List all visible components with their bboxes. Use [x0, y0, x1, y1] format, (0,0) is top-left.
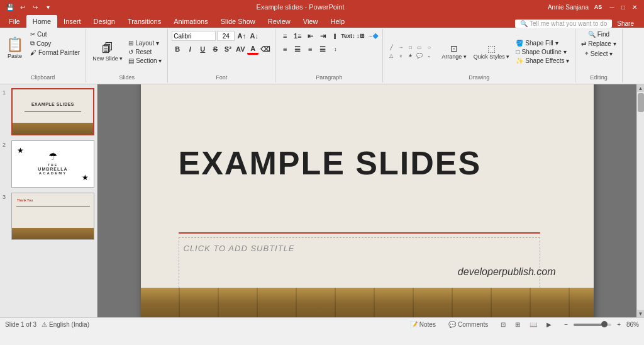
tab-review[interactable]: Review [262, 15, 297, 28]
tab-transitions[interactable]: Transitions [121, 15, 167, 28]
bold-btn[interactable]: B [172, 43, 183, 55]
decrease-indent-btn[interactable]: ⇤ [304, 30, 316, 42]
italic-btn[interactable]: I [184, 43, 196, 55]
slide-title[interactable]: EXAMPLE SLIDES [179, 144, 556, 182]
font-name-input[interactable] [172, 31, 216, 41]
format-painter-icon: 🖌 [30, 49, 36, 56]
align-text-btn[interactable]: ↕⊞ [355, 30, 366, 42]
shape-tri[interactable]: △ [387, 52, 396, 60]
save-quick-btn[interactable]: 💾 [5, 2, 15, 12]
shape-rect[interactable]: □ [406, 44, 414, 52]
spacing-btn[interactable]: AV [235, 43, 246, 55]
slide-thumb-2[interactable]: 2 ★ ☂ THE UMBRELLA ACADEMY ★ [3, 140, 94, 188]
tab-animations[interactable]: Animations [167, 15, 214, 28]
slide-thumb-3[interactable]: 3 Thank You [3, 193, 94, 240]
columns-btn[interactable]: ⫿ [330, 30, 341, 42]
zoom-in-btn[interactable]: + [613, 319, 625, 331]
main-slide[interactable]: EXAMPLE SLIDES CLICK TO ADD SUBTITLE dev… [141, 84, 594, 317]
new-slide-icon: 🗐 [102, 42, 113, 55]
customize-quick-btn[interactable]: ▾ [43, 2, 53, 12]
arrange-btn[interactable]: ⊡ Arrange ▾ [439, 34, 469, 69]
drawing-label: Drawing [387, 74, 571, 81]
minimize-btn[interactable]: ─ [608, 3, 616, 11]
align-right-btn[interactable]: ≡ [304, 43, 316, 55]
notes-btn[interactable]: 📝 Notes [406, 319, 440, 331]
text-direction-btn[interactable]: Text↕ [342, 30, 353, 42]
align-center-btn[interactable]: ☰ [292, 43, 303, 55]
select-btn[interactable]: ⌖ Select ▾ [583, 49, 615, 58]
underline-btn[interactable]: U [197, 43, 208, 55]
bullets-btn[interactable]: ≡ [279, 30, 291, 42]
line-spacing-btn[interactable]: ↕ [330, 43, 341, 55]
cut-btn[interactable]: ✂ Cut [28, 30, 82, 38]
undo-quick-btn[interactable]: ↩ [18, 2, 28, 12]
increase-font-btn[interactable]: A↑ [236, 30, 247, 42]
reading-view-btn[interactable]: 📖 [526, 319, 541, 331]
new-slide-btn[interactable]: 🗐 New Slide ▾ [90, 34, 125, 69]
tab-view[interactable]: View [297, 15, 325, 28]
scroll-thumb[interactable] [638, 93, 644, 112]
slide-img-3[interactable]: Thank You [11, 193, 94, 240]
justify-btn[interactable]: ☰ [317, 43, 328, 55]
status-bar: Slide 1 of 3 ⚠ English (India) 📝 Notes 💬… [0, 317, 644, 331]
tab-design[interactable]: Design [87, 15, 121, 28]
comments-btn[interactable]: 💬 Comments [445, 319, 492, 331]
zoom-thumb[interactable] [601, 321, 608, 327]
shape-callout[interactable]: 💬 [415, 52, 424, 60]
shape-fill-btn[interactable]: 🪣 Shape Fill ▾ [514, 39, 571, 47]
shape-effects-btn[interactable]: ✨ Shape Effects ▾ [514, 57, 571, 65]
redo-quick-btn[interactable]: ↪ [30, 2, 40, 12]
scroll-up-arrow[interactable]: ▲ [637, 84, 644, 92]
font-color-btn[interactable]: A [247, 43, 258, 55]
share-btn[interactable]: Share [612, 20, 639, 27]
slide-img-2[interactable]: ★ ☂ THE UMBRELLA ACADEMY ★ [11, 140, 94, 188]
format-painter-btn[interactable]: 🖌 Format Painter [28, 48, 82, 57]
align-left-btn[interactable]: ≡ [279, 43, 291, 55]
tab-home[interactable]: Home [26, 15, 57, 28]
numbering-btn[interactable]: 1≡ [292, 30, 303, 42]
zoom-out-btn[interactable]: − [560, 319, 572, 331]
reset-btn[interactable]: ↺ Reset [126, 48, 164, 56]
clear-format-btn[interactable]: ⌫ [260, 43, 271, 55]
normal-view-btn[interactable]: ⊡ [497, 319, 509, 331]
scroll-down-arrow[interactable]: ▼ [637, 310, 644, 317]
shape-more[interactable]: ⌄ [425, 52, 433, 60]
paste-btn[interactable]: 📋 Paste [4, 30, 26, 65]
zoom-track[interactable] [574, 324, 611, 326]
close-btn[interactable]: ✕ [630, 3, 639, 11]
shape-outline-btn[interactable]: □ Shape Outline ▾ [514, 48, 571, 56]
shape-arrow[interactable]: → [396, 44, 405, 52]
slide-num-2: 2 [3, 140, 9, 148]
slide-img-1[interactable]: EXAMPLE SLIDES [11, 88, 94, 135]
shape-round-rect[interactable]: ▭ [415, 44, 424, 52]
restore-btn[interactable]: □ [619, 3, 628, 11]
slide-sorter-btn[interactable]: ⊞ [511, 319, 524, 331]
slideshow-btn[interactable]: ▶ [543, 319, 555, 331]
user-avatar: AS [591, 0, 605, 14]
find-btn[interactable]: 🔍 Find [586, 30, 611, 38]
thumb3-text: Thank You [17, 198, 33, 202]
tab-slideshow[interactable]: Slide Show [214, 15, 262, 28]
font-size-input[interactable] [217, 31, 235, 41]
tab-help[interactable]: Help [324, 15, 351, 28]
quick-styles-btn[interactable]: ⬚ Quick Styles ▾ [471, 34, 513, 69]
shape-oval[interactable]: ○ [425, 44, 433, 52]
replace-btn[interactable]: ⇄ Replace ▾ [579, 40, 618, 48]
section-btn[interactable]: ▤ Section ▾ [126, 57, 164, 65]
convert-smartart-btn[interactable]: →🔷 [367, 30, 379, 42]
slide-thumb-1[interactable]: 1 EXAMPLE SLIDES [3, 88, 94, 135]
tab-file[interactable]: File [3, 15, 26, 28]
strikethrough-btn[interactable]: S [209, 43, 221, 55]
shape-line[interactable]: ╱ [387, 44, 396, 52]
shape-chevron[interactable]: ⌅ [396, 52, 405, 60]
shape-star[interactable]: ★ [406, 52, 414, 60]
slide-subtitle-text[interactable]: CLICK TO ADD SUBTITLE [184, 244, 295, 253]
layout-btn[interactable]: ⊞ Layout ▾ [126, 39, 164, 47]
shadow-btn[interactable]: S² [222, 43, 233, 55]
search-box[interactable]: 🔍 Tell me what you want to do [515, 20, 612, 28]
scroll-track[interactable] [637, 92, 644, 310]
tab-insert[interactable]: Insert [57, 15, 87, 28]
increase-indent-btn[interactable]: ⇥ [317, 30, 328, 42]
copy-btn[interactable]: ⧉ Copy [28, 39, 82, 48]
decrease-font-btn[interactable]: A↓ [248, 30, 260, 42]
